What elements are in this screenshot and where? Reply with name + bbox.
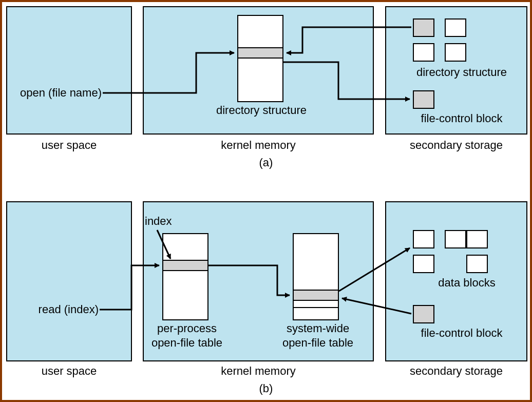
label-b-secondary-storage: secondary storage xyxy=(385,365,527,378)
label-a-figure: (a) xyxy=(2,156,530,169)
label-b-user-space: user space xyxy=(6,365,132,378)
label-a-kernel-memory: kernel memory xyxy=(143,139,374,152)
slot-b-system-wide-entry xyxy=(294,290,338,301)
box-b-data-block-3 xyxy=(466,230,488,248)
box-a-dir-block-3 xyxy=(413,43,434,62)
panel-a-user-space xyxy=(6,6,132,135)
box-b-fcb xyxy=(413,305,434,323)
label-b-fcb: file-control block xyxy=(408,327,516,340)
label-b-figure: (b) xyxy=(2,382,530,395)
label-a-user-space: user space xyxy=(6,139,132,152)
box-a-dir-block-2 xyxy=(445,18,466,37)
box-a-directory-structure xyxy=(237,15,283,102)
box-a-dir-block-1 xyxy=(413,18,434,37)
label-b-per-process: per-process open-file table xyxy=(146,321,228,350)
box-b-per-process-table xyxy=(162,233,208,320)
label-b-read-call: read (index) xyxy=(16,303,99,316)
label-a-dir-structure-kernel: directory structure xyxy=(213,104,310,117)
box-b-data-block-2 xyxy=(445,230,466,248)
label-a-open-call: open (file name) xyxy=(9,86,102,100)
box-a-fcb xyxy=(413,90,434,109)
label-b-kernel-memory: kernel memory xyxy=(143,365,374,378)
slot-a-directory-entry xyxy=(238,47,282,59)
box-b-data-block-4 xyxy=(413,255,434,273)
box-b-data-block-1 xyxy=(413,230,434,248)
box-b-data-block-5 xyxy=(466,255,488,273)
slot-b-per-process-entry xyxy=(163,260,207,271)
diagram-frame: open (file name) directory structure dir… xyxy=(0,0,532,402)
label-a-fcb: file-control block xyxy=(408,112,516,125)
label-b-index: index xyxy=(145,215,181,228)
divider-b-system-wide xyxy=(294,307,338,308)
label-b-system-wide: system-wide open-file table xyxy=(274,321,362,350)
box-a-dir-block-4 xyxy=(445,43,466,62)
panel-b-user-space xyxy=(6,201,132,361)
label-a-secondary-storage: secondary storage xyxy=(385,139,527,152)
label-a-dir-structure-storage: directory structure xyxy=(408,66,516,79)
label-b-data-blocks: data blocks xyxy=(413,276,521,290)
